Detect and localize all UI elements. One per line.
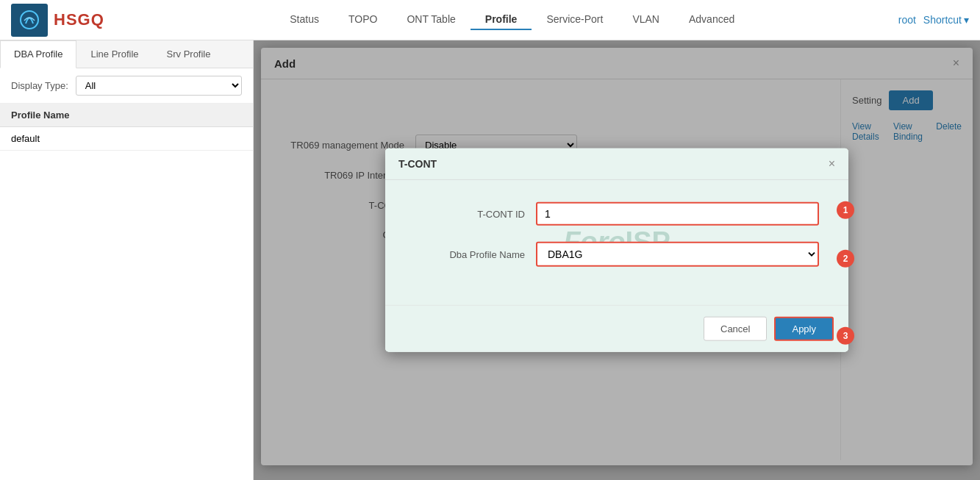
dba-profile-name-label: Dba Profile Name	[415, 248, 525, 259]
nav-advanced[interactable]: Advanced	[674, 10, 749, 30]
nav-vlan[interactable]: VLAN	[618, 10, 674, 30]
right-panel: Add × TR069 management Mode Disable T	[254, 40, 980, 480]
tcont-id-label: T-CONT ID	[415, 208, 525, 219]
logo-icon	[11, 4, 48, 37]
nav-status[interactable]: Status	[275, 10, 334, 30]
tcont-id-row: T-CONT ID	[415, 202, 819, 226]
tcont-id-input[interactable]	[536, 202, 819, 226]
profile-tabs: DBA Profile Line Profile Srv Profile	[0, 40, 253, 68]
display-type-row: Display Type: All	[0, 68, 253, 104]
dba-profile-name-select[interactable]: DBA1G	[536, 242, 819, 267]
display-type-select[interactable]: All	[76, 76, 242, 96]
profile-name-header: Profile Name	[0, 104, 253, 127]
chevron-down-icon: ▾	[964, 14, 969, 26]
dba-profile-name-row: Dba Profile Name DBA1G	[415, 242, 819, 267]
logo-text: HSGQ	[54, 10, 104, 29]
nav-menu: Status TOPO ONT Table Profile Service-Po…	[126, 10, 898, 30]
tcont-modal-close-icon[interactable]: ×	[829, 157, 835, 171]
step-badge-1: 1	[837, 201, 854, 219]
apply-button[interactable]: Apply	[774, 317, 834, 341]
nav-shortcut[interactable]: Shortcut ▾	[923, 14, 969, 26]
nav-profile[interactable]: Profile	[471, 10, 532, 30]
navbar-right: root Shortcut ▾	[898, 14, 969, 26]
tcont-modal: 1 2 3 T-CONT × ForoISP T-CO	[385, 148, 848, 352]
tcont-modal-header: T-CONT ×	[385, 148, 848, 180]
tcont-modal-body: ForoISP T-CONT ID Dba Profile Name DBA1G	[385, 180, 848, 305]
tab-dba-profile[interactable]: DBA Profile	[0, 40, 76, 68]
nav-user: root	[898, 14, 916, 26]
main-area: DBA Profile Line Profile Srv Profile Dis…	[0, 40, 980, 480]
nav-ont-table[interactable]: ONT Table	[392, 10, 470, 30]
tab-srv-profile[interactable]: Srv Profile	[153, 40, 225, 68]
tcont-modal-footer: Cancel Apply	[385, 305, 848, 352]
cancel-button[interactable]: Cancel	[704, 317, 767, 341]
left-panel: DBA Profile Line Profile Srv Profile Dis…	[0, 40, 254, 480]
logo: HSGQ	[11, 4, 104, 37]
navbar: HSGQ Status TOPO ONT Table Profile Servi…	[0, 0, 980, 40]
tcont-modal-title: T-CONT	[398, 158, 437, 170]
step-badge-3: 3	[837, 327, 854, 345]
tab-line-profile[interactable]: Line Profile	[76, 40, 152, 68]
svg-point-0	[21, 11, 38, 29]
display-type-label: Display Type:	[11, 80, 68, 91]
nav-service-port[interactable]: Service-Port	[532, 10, 618, 30]
nav-topo[interactable]: TOPO	[334, 10, 392, 30]
step-badge-2: 2	[837, 250, 854, 268]
profile-table-row-default[interactable]: default	[0, 127, 253, 151]
